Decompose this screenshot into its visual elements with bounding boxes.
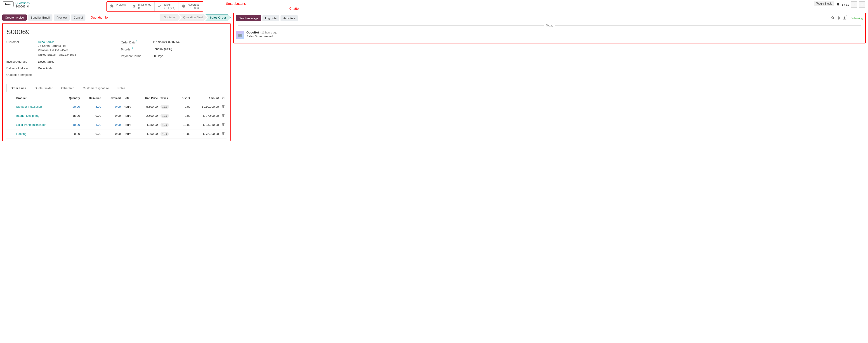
drag-handle-icon[interactable]: ⋮⋮ [6,130,15,139]
annotation-quotation-form: Quotation form [90,16,112,19]
table-row[interactable]: ⋮⋮ Solar Panel Installation 10.00 4.00 0… [6,120,226,130]
quotation-template[interactable] [38,73,112,77]
cell-uom[interactable]: Hours [122,120,137,130]
pager[interactable]: 1 / 31 [842,3,849,6]
cell-disc[interactable]: 18.00 [175,120,192,130]
create-invoice-button[interactable]: Create Invoice [2,15,27,21]
cell-delivered[interactable]: 0.00 [81,130,102,139]
cell-unit-price[interactable]: 4,000.00 [137,130,159,139]
new-button[interactable]: New [3,1,13,7]
delivery-address-label: Delivery Address [6,66,38,70]
send-message-button[interactable]: Send message [236,15,261,21]
invoice-address[interactable]: Deco Addict [38,60,112,63]
tabs: Order Lines Quote Builder Other Info Cus… [6,84,226,92]
send-email-button[interactable]: Send by Email [28,15,53,21]
cell-tax[interactable]: 15% [159,130,175,139]
bookmark-icon[interactable] [836,2,840,7]
prev-button[interactable]: ‹ [851,1,857,8]
cell-uom[interactable]: Hours [122,111,137,120]
following-label[interactable]: Following [850,17,863,20]
order-title: S00069 [6,28,226,36]
cell-amount: $ 37,500.00 [192,111,220,120]
delete-icon[interactable] [220,120,226,130]
cell-tax[interactable]: 15% [159,111,175,120]
table-row[interactable]: ⋮⋮ Interior Designing 15.00 0.00 0.00 Ho… [6,111,226,120]
next-button[interactable]: › [859,1,865,8]
cell-amount: $ 33,210.00 [192,120,220,130]
delete-icon[interactable] [220,102,226,111]
tab-quote-builder[interactable]: Quote Builder [30,84,57,92]
status-quotation-sent[interactable]: Quotation Sent [179,14,207,21]
col-invoiced: Invoiced [103,94,122,102]
cell-invoiced[interactable]: 0.00 [103,102,122,111]
log-note-button[interactable]: Log note [262,15,279,21]
cell-disc[interactable]: 0.00 [175,102,192,111]
cell-uom[interactable]: Hours [122,102,137,111]
payment-terms[interactable]: 30 Days [153,54,226,58]
customer-link[interactable]: Deco Addict [38,40,112,44]
activities-button[interactable]: Activities [281,15,298,21]
cell-tax[interactable]: 15% [159,102,175,111]
drag-handle-icon[interactable]: ⋮⋮ [6,111,15,120]
gear-icon[interactable]: ⚙ [27,5,30,8]
product-link[interactable]: Interior Designing [16,114,39,117]
delivery-address[interactable]: Deco Addict [38,66,112,70]
followers-icon[interactable]: 2 [843,16,848,20]
smart-button-recorded[interactable]: Recorded 27 Hours [179,2,203,11]
cell-unit-price[interactable]: 4,050.00 [137,120,159,130]
breadcrumb: Quotations S00069 ⚙ [16,1,30,8]
table-row[interactable]: ⋮⋮ Roofing 20.00 0.00 0.00 Hours 4,000.0… [6,130,226,139]
order-date-label: Order Date ? [121,40,153,44]
quotation-form: S00069 Customer Deco Addict 77 Santa Bar… [2,23,230,141]
col-unit-price: Unit Price [137,94,159,102]
tab-other-info[interactable]: Other Info [57,84,79,92]
cell-invoiced[interactable]: 0.00 [103,120,122,130]
smart-button-tasks[interactable]: Tasks 0 / 4 (0%) [155,2,179,11]
drag-handle-icon[interactable]: ⋮⋮ [6,102,15,111]
search-icon[interactable] [831,16,835,20]
cell-qty[interactable]: 20.00 [62,102,81,111]
cell-amount: $ 72,000.00 [192,130,220,139]
annotation-chatter: Chatter [289,7,300,10]
cell-disc[interactable]: 0.00 [175,111,192,120]
breadcrumb-parent[interactable]: Quotations [16,1,30,5]
cell-unit-price[interactable]: 2,500.00 [137,111,159,120]
customer-address: 77 Santa Barbara Rd Pleasant Hill CA 945… [38,44,112,57]
tab-order-lines[interactable]: Order Lines [6,84,30,92]
cell-tax[interactable]: 15% [159,120,175,130]
cancel-button[interactable]: Cancel [71,15,86,21]
cell-delivered[interactable]: 5.00 [81,102,102,111]
smart-button-milestones[interactable]: Milestones 0 [129,2,154,11]
cell-qty[interactable]: 15.00 [62,111,81,120]
pricelist[interactable]: Benelux (USD) [153,47,226,51]
product-link[interactable]: Solar Panel Installation [16,123,46,126]
cell-unit-price[interactable]: 5,500.00 [137,102,159,111]
chatter-message: 🤖 OdooBot - 11 hours ago Sales Order cre… [236,31,863,39]
status-quotation[interactable]: Quotation [160,14,180,21]
cell-qty[interactable]: 20.00 [62,130,81,139]
cell-uom[interactable]: Hours [122,130,137,139]
attachment-icon[interactable] [837,16,840,20]
preview-button[interactable]: Preview [54,15,70,21]
payment-terms-label: Payment Terms [121,54,153,58]
product-link[interactable]: Elevator Installation [16,105,42,108]
smart-button-projects[interactable]: Projects 1 [107,2,129,11]
cell-disc[interactable]: 10.00 [175,130,192,139]
message-text: Sales Order created [246,35,277,38]
cell-invoiced[interactable]: 0.00 [103,130,122,139]
drag-handle-icon[interactable]: ⋮⋮ [6,120,15,130]
delete-icon[interactable] [220,111,226,120]
tab-notes[interactable]: Notes [113,84,129,92]
delete-icon[interactable] [220,130,226,139]
cell-delivered[interactable]: 4.00 [81,120,102,130]
cell-delivered[interactable]: 0.00 [81,111,102,120]
table-row[interactable]: ⋮⋮ Elevator Installation 20.00 5.00 0.00… [6,102,226,111]
cell-qty[interactable]: 10.00 [62,120,81,130]
col-amount: Amount [192,94,220,102]
cell-invoiced[interactable]: 0.00 [103,111,122,120]
order-date[interactable]: 11/09/2024 02:07:54 [153,40,226,44]
status-sales-order[interactable]: Sales Order [206,14,230,21]
product-link[interactable]: Roofing [16,132,26,136]
tab-customer-signature[interactable]: Customer Signature [79,84,113,92]
col-settings-icon[interactable] [220,94,226,102]
